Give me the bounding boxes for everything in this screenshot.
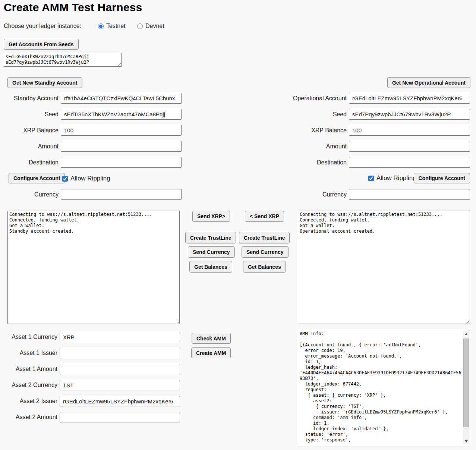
operational-allow-rippling-checkbox[interactable] xyxy=(368,176,374,181)
operational-currency-input[interactable] xyxy=(349,189,470,200)
asset1-amount-row: Asset 1 Amount xyxy=(0,364,181,374)
operational-allow-rippling[interactable]: Allow Rippling xyxy=(368,174,416,182)
get-new-operational-account-button[interactable]: Get New Operational Account xyxy=(387,77,470,88)
standby-log-textarea[interactable]: Connecting to wss://s.altnet.rippletest.… xyxy=(7,211,180,324)
ledger-option-testnet[interactable]: Testnet xyxy=(98,23,126,29)
operational-configure-account-button[interactable]: Configure Account xyxy=(414,173,470,183)
standby-amount-row: Amount xyxy=(0,141,182,152)
asset2-issuer-label: Asset 2 Issuer xyxy=(0,398,60,405)
standby-allow-rippling-label: Allow Rippling xyxy=(70,175,110,182)
operational-balance-label: XRP Balance xyxy=(239,127,349,134)
page-title: Create AMM Test Harness xyxy=(4,1,142,14)
asset2-amount-row: Asset 2 Amount xyxy=(0,412,181,422)
asset1-currency-input[interactable] xyxy=(60,332,180,342)
asset1-currency-row: Asset 1 Currency xyxy=(0,332,181,342)
standby-currency-row: Currency xyxy=(0,189,182,200)
standby-currency-label: Currency xyxy=(0,191,61,198)
asset1-issuer-input[interactable] xyxy=(60,348,180,358)
amm-info-scrollbar[interactable] xyxy=(463,331,469,444)
operational-destination-label: Destination xyxy=(239,159,349,166)
scroll-up-button[interactable] xyxy=(463,331,469,337)
operational-amount-row: Amount xyxy=(239,141,470,152)
operational-balance-input[interactable] xyxy=(349,125,470,136)
asset2-currency-input[interactable] xyxy=(60,380,180,390)
operational-send-currency-button[interactable]: Send Currency xyxy=(242,246,289,258)
standby-get-balances-button[interactable]: Get Balances xyxy=(189,261,232,273)
amm-info-text: AMM Info: [(Account not found., { error:… xyxy=(300,331,462,444)
asset1-currency-label: Asset 1 Currency xyxy=(0,334,60,340)
operational-account-input[interactable] xyxy=(349,93,470,104)
standby-amount-input[interactable] xyxy=(61,141,182,152)
operational-currency-row: Currency xyxy=(239,189,470,200)
asset1-amount-label: Asset 1 Amount xyxy=(0,366,60,372)
operational-seed-label: Seed xyxy=(239,111,349,118)
asset1-issuer-label: Asset 1 Issuer xyxy=(0,350,60,356)
get-new-standby-account-button[interactable]: Get New Standby Account xyxy=(7,77,82,88)
check-amm-button[interactable]: Check AMM xyxy=(192,333,231,344)
amm-info-panel[interactable]: AMM Info: [(Account not found., { error:… xyxy=(298,330,470,445)
standby-seed-input[interactable] xyxy=(61,109,182,120)
devnet-radio-label: Devnet xyxy=(145,23,164,29)
operational-amount-label: Amount xyxy=(239,143,349,150)
standby-send-xrp-button[interactable]: Send XRP> xyxy=(192,211,230,222)
operational-currency-label: Currency xyxy=(239,191,349,198)
standby-balance-label: XRP Balance xyxy=(0,127,61,134)
create-amm-button[interactable]: Create AMM xyxy=(191,347,231,358)
operational-get-balances-button[interactable]: Get Balances xyxy=(243,261,286,273)
asset1-issuer-row: Asset 1 Issuer xyxy=(0,348,181,358)
operational-create-trustline-button[interactable]: Create TrustLine xyxy=(239,232,290,243)
operational-log-textarea[interactable]: Connecting to wss://s.altnet.rippletest.… xyxy=(298,211,470,324)
standby-amount-label: Amount xyxy=(0,143,61,150)
asset2-amount-input[interactable] xyxy=(60,412,180,422)
scroll-down-icon xyxy=(465,440,468,443)
standby-destination-row: Destination xyxy=(0,157,182,168)
standby-account-label: Standby Account xyxy=(0,95,61,102)
standby-configure-account-button[interactable]: Configure Account xyxy=(9,173,65,183)
amm-test-harness-page: Create AMM Test Harness Choose your ledg… xyxy=(0,0,476,450)
asset2-issuer-row: Asset 2 Issuer xyxy=(0,396,181,406)
ledger-option-devnet[interactable]: Devnet xyxy=(137,23,164,29)
standby-balance-input[interactable] xyxy=(61,125,182,136)
testnet-radio-label: Testnet xyxy=(106,23,126,29)
asset2-currency-label: Asset 2 Currency xyxy=(0,382,60,388)
asset1-amount-input[interactable] xyxy=(60,364,180,374)
operational-balance-row: XRP Balance xyxy=(239,125,470,136)
seeds-textarea[interactable]: sEdTG5nXThKWZoV2aqrh47oMCa8Pqjj sEd7Pqy9… xyxy=(4,53,122,67)
standby-create-trustline-button[interactable]: Create TrustLine xyxy=(185,232,236,243)
operational-seed-input[interactable] xyxy=(349,109,470,120)
operational-account-label: Operational Account xyxy=(239,95,349,102)
standby-currency-input[interactable] xyxy=(61,189,182,200)
scroll-up-icon xyxy=(465,333,468,335)
operational-account-row: Operational Account xyxy=(239,93,470,104)
standby-seed-row: Seed xyxy=(0,109,182,120)
standby-send-currency-button[interactable]: Send Currency xyxy=(188,246,235,258)
operational-destination-input[interactable] xyxy=(349,157,470,168)
asset2-currency-row: Asset 2 Currency xyxy=(0,380,181,390)
standby-allow-rippling[interactable]: Allow Rippling xyxy=(62,175,110,182)
asset2-amount-label: Asset 2 Amount xyxy=(0,414,60,421)
operational-send-xrp-button[interactable]: < Send XRP xyxy=(245,211,284,222)
operational-amount-input[interactable] xyxy=(349,141,470,152)
standby-account-row: Standby Account xyxy=(0,93,182,104)
standby-account-input[interactable] xyxy=(61,93,182,104)
testnet-radio[interactable] xyxy=(98,23,104,29)
get-accounts-from-seeds-button[interactable]: Get Accounts From Seeds xyxy=(4,39,79,50)
operational-destination-row: Destination xyxy=(239,157,470,168)
operational-seed-row: Seed xyxy=(239,109,470,120)
scroll-down-button[interactable] xyxy=(463,438,469,444)
standby-allow-rippling-checkbox[interactable] xyxy=(62,176,68,182)
standby-destination-input[interactable] xyxy=(61,157,182,168)
standby-balance-row: XRP Balance xyxy=(0,125,182,136)
standby-destination-label: Destination xyxy=(0,159,61,166)
standby-seed-label: Seed xyxy=(0,111,61,118)
operational-allow-rippling-label: Allow Rippling xyxy=(376,174,416,182)
scrollbar-thumb[interactable] xyxy=(463,339,469,427)
asset2-issuer-input[interactable] xyxy=(60,396,180,406)
devnet-radio[interactable] xyxy=(137,23,143,29)
ledger-instance-label: Choose your ledger instance: xyxy=(4,23,81,29)
